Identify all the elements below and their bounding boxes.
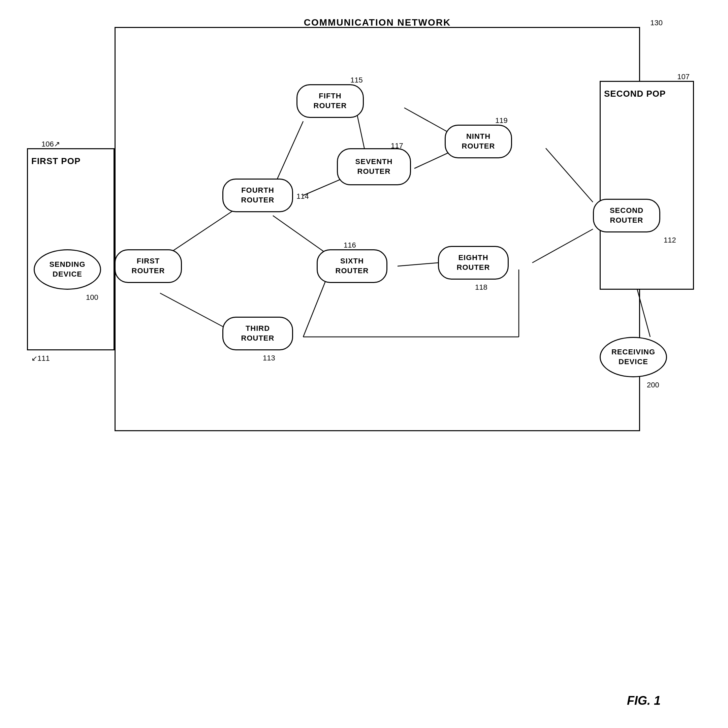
ref-200: 200 [647,381,659,389]
eighth-router: EIGHTHROUTER [438,246,509,280]
ref-112: 112 [664,236,676,245]
comm-network-box: COMMUNICATION NETWORK 130 [115,27,640,431]
ref-130: 130 [650,18,663,27]
ref-117: 117 [391,141,403,150]
fourth-router-label: FOURTHROUTER [241,186,275,205]
second-pop-label: SECOND POP [604,89,666,99]
diagram-container: COMMUNICATION NETWORK 130 106↗ FIRST POP… [27,14,694,552]
first-pop-label: FIRST POP [31,156,81,167]
ref-114: 114 [297,192,309,201]
seventh-router-label: SEVENTHROUTER [355,157,393,176]
fifth-router: FIFTHROUTER [297,84,364,118]
seventh-router: SEVENTHROUTER [337,148,411,185]
ninth-router: NINTHROUTER [445,125,512,158]
ninth-router-label: NINTHROUTER [462,132,495,151]
fourth-router: FOURTHROUTER [222,179,293,212]
figure-label: FIG. 1 [627,694,661,708]
ref-118: 118 [475,283,488,292]
sixth-router-label: SIXTHROUTER [335,256,369,275]
first-router-label: FIRSTROUTER [132,256,165,275]
comm-network-label: COMMUNICATION NETWORK [304,17,451,28]
first-router: FIRSTROUTER [115,249,182,283]
third-router: THIRDROUTER [222,317,293,350]
receiving-device-label: RECEIVINGDEVICE [612,347,655,367]
ref-107: 107 [677,72,690,81]
ref-119: 119 [495,116,508,125]
sending-device-label: SENDINGDEVICE [49,260,85,279]
ref-111: ↙111 [31,354,50,363]
receiving-device: RECEIVINGDEVICE [600,337,667,377]
ref-115: 115 [350,76,363,84]
ref-106: 106↗ [41,140,60,148]
ref-116: 116 [344,241,356,249]
ref-113: 113 [263,354,275,362]
second-pop-box: 107 SECOND POP [600,81,694,290]
sixth-router: SIXTHROUTER [317,249,387,283]
second-router: SECONDROUTER [593,199,660,232]
sending-device: SENDINGDEVICE [34,249,101,290]
fifth-router-label: FIFTHROUTER [314,91,347,110]
eighth-router-label: EIGHTHROUTER [457,253,490,272]
second-router-label: SECONDROUTER [610,206,644,225]
third-router-label: THIRDROUTER [241,324,275,343]
ref-100: 100 [86,293,98,302]
